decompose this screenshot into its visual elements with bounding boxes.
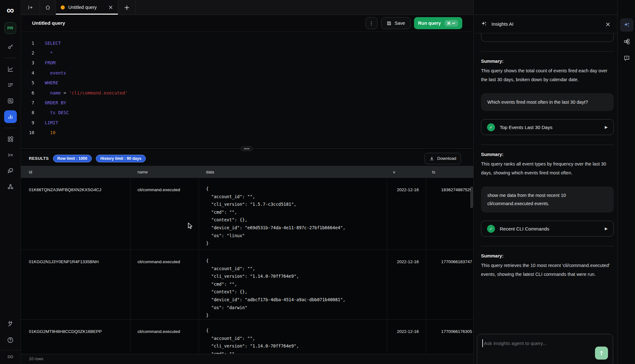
download-icon	[429, 156, 434, 161]
code-line: 9LIMIT	[21, 118, 473, 127]
run-shortcut-badge: ⌘ ↵	[444, 20, 458, 27]
sql-editor[interactable]: 1SELECT2 *3FROM4 events5WHERE6 name = 'c…	[21, 32, 473, 148]
right-rail	[618, 0, 635, 364]
query-card-label: Top Events Last 30 Days	[500, 125, 552, 130]
line-number: 9	[21, 120, 34, 125]
more-options-button[interactable]: ⋮	[365, 17, 378, 29]
tab-untitled-query[interactable]: Untitled query ×	[56, 0, 118, 15]
column-header-ts[interactable]: ts	[426, 170, 473, 174]
column-header-data[interactable]: data	[199, 170, 387, 174]
cell-data: { "account_id": "", "cli_version": "1.5.…	[199, 178, 387, 250]
summary-text: This query retrieves the 10 most recent …	[481, 261, 613, 279]
close-tab-icon[interactable]: ×	[108, 4, 113, 10]
sidebar-item-bar-chart[interactable]	[4, 110, 17, 123]
column-header-id[interactable]: id	[21, 170, 130, 174]
play-icon[interactable]: ▶	[605, 226, 608, 231]
column-header-v[interactable]: v	[387, 170, 426, 174]
sidebar-item-key[interactable]	[4, 40, 17, 53]
table-header-row: idnamedatavts	[21, 166, 473, 178]
query-card-label: Recent CLI Commands	[500, 226, 549, 231]
insights-divider	[481, 246, 614, 246]
collapse-sidebar-button[interactable]	[21, 0, 40, 15]
column-header-name[interactable]: name	[130, 170, 199, 174]
summary-label: Summary:	[481, 152, 614, 157]
sidebar-item-help[interactable]	[4, 334, 17, 346]
plug-icon	[7, 320, 14, 327]
sidebar-item-list[interactable]	[4, 79, 17, 91]
tab-bar: Untitled query × +	[21, 0, 473, 15]
table-scrollbar[interactable]	[471, 186, 473, 208]
cell-ts: 1836274887529	[426, 178, 473, 250]
insights-panel: Insights AI × Summary:This query shows t…	[473, 0, 618, 364]
summary-label: Summary:	[481, 59, 614, 64]
json-data: { "account_id": "", "cli_version": "1.5.…	[206, 185, 387, 247]
send-button[interactable]: ↑	[595, 347, 608, 360]
insights-body: Summary:This query shows the total count…	[474, 33, 618, 364]
sparkles-icon	[623, 22, 630, 29]
code-text: name = 'cli/command.executed'	[45, 90, 128, 95]
code-text: WHERE	[45, 80, 58, 85]
input-placeholder: Ask insights agent to query...	[484, 341, 547, 346]
sidebar-item-search-doc[interactable]	[4, 94, 17, 107]
brand-logo-icon[interactable]: ∞	[7, 3, 14, 17]
sidebar-item-grid[interactable]	[4, 133, 17, 146]
sidebar-divider	[4, 128, 17, 128]
line-number: 10	[21, 130, 34, 135]
insights-input[interactable]: Ask insights agent to query... ↑	[477, 334, 613, 364]
home-button[interactable]	[40, 0, 56, 15]
sidebar-item-chat[interactable]	[4, 165, 17, 177]
tab-label: Untitled query	[68, 5, 97, 10]
close-panel-icon[interactable]: ×	[605, 21, 611, 27]
rail-item-sparkles[interactable]	[620, 18, 633, 32]
download-button[interactable]: Download	[424, 153, 461, 164]
table-row[interactable]: 01K66TQNZA3WFBQ8XN2KXSG4CJcli/command.ex…	[21, 178, 473, 250]
mouse-cursor	[187, 222, 194, 231]
truncated-card	[481, 33, 614, 42]
save-label: Save	[395, 21, 405, 26]
row-limit-badge[interactable]: Row limit : 1000	[53, 155, 92, 162]
insights-divider	[481, 145, 614, 145]
flow-icon	[7, 183, 14, 190]
sidebar-item-flow[interactable]	[4, 180, 17, 193]
play-icon[interactable]: ▶	[605, 125, 608, 129]
cell-data: { "account_id": "", "cli_version": "1.14…	[199, 250, 387, 319]
code-line: 3FROM	[21, 58, 473, 68]
text-caret	[482, 339, 483, 347]
code-line: 6 name = 'cli/command.executed'	[21, 88, 473, 98]
rail-item-tree[interactable]	[620, 35, 633, 48]
tree-icon	[623, 38, 630, 45]
query-card[interactable]: ✓Recent CLI Commands▶	[481, 221, 614, 237]
code-text: ORDER BY	[45, 100, 66, 105]
save-icon	[386, 21, 392, 26]
sidebar-divider	[4, 58, 17, 58]
list-icon	[7, 81, 14, 88]
home-icon	[45, 4, 51, 10]
grid-icon	[7, 136, 14, 143]
insights-divider	[481, 51, 614, 52]
active-tab-indicator	[56, 14, 118, 15]
save-button[interactable]: Save	[381, 17, 411, 29]
line-number: 3	[21, 60, 34, 65]
run-query-button[interactable]: Run query ⌘ ↵	[414, 17, 462, 29]
run-query-label: Run query	[418, 21, 441, 26]
download-label: Download	[437, 156, 456, 161]
sidebar-item-line-chart[interactable]	[4, 63, 17, 75]
new-tab-button[interactable]: +	[118, 0, 136, 15]
search-doc-icon	[7, 97, 14, 104]
resize-handle[interactable]	[241, 146, 253, 151]
collapse-right-icon	[27, 4, 33, 10]
code-line: 7ORDER BY	[21, 98, 473, 107]
rail-item-feedback[interactable]	[620, 51, 633, 65]
table-row[interactable]: 01KGG2N1J3Y0ENP1R4F1335BNHcli/command.ex…	[21, 250, 473, 320]
workspace-avatar[interactable]: PR	[4, 22, 16, 34]
code-line: 10 10	[21, 128, 473, 138]
history-limit-badge[interactable]: History limit : 90 days	[96, 155, 146, 162]
query-card[interactable]: ✓Top Events Last 30 Days▶	[481, 119, 614, 135]
sidebar-bottom-divider	[0, 350, 21, 350]
cell-id: 01KGG2N1J3Y0ENP1R4F1335BNH	[21, 250, 130, 319]
left-sidebar: ∞ PR ∞	[0, 0, 21, 364]
line-chart-icon	[7, 66, 14, 73]
code-text: events	[45, 70, 66, 75]
sidebar-item-plug[interactable]	[4, 317, 17, 330]
sidebar-item-terminal[interactable]	[4, 149, 17, 161]
